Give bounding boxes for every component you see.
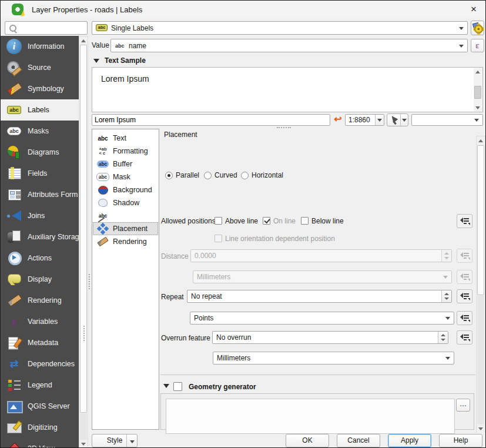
apply-button[interactable]: Apply [388, 434, 431, 447]
checkbox-on-line[interactable] [263, 217, 270, 225]
collapse-arrow-icon[interactable] [93, 59, 99, 63]
search-box[interactable] [5, 21, 88, 35]
sidebar-item-joins[interactable]: Joins [1, 205, 79, 226]
sidebar-item-dependencies[interactable]: ⇄ Dependencies [1, 353, 79, 375]
sidebar-item-attributes-form[interactable]: Attributes Form [1, 184, 79, 205]
information-icon: i [6, 39, 22, 54]
sample-text-input[interactable] [95, 115, 327, 125]
reset-sample-button[interactable]: ↩ [332, 113, 344, 126]
splitter-handle[interactable] [277, 127, 291, 128]
geometry-more-button[interactable]: … [456, 399, 470, 412]
automated-placement-settings-button[interactable] [471, 21, 484, 35]
value-combo[interactable]: abc name [110, 39, 468, 52]
overrun-spinbox[interactable]: No overrun [212, 331, 448, 344]
spinner-buttons[interactable] [438, 332, 448, 343]
shadow-icon [95, 196, 110, 209]
content-scrollbar[interactable] [476, 136, 485, 433]
sidebar-item-legend[interactable]: Legend [1, 375, 79, 396]
radio-curved[interactable] [204, 172, 212, 179]
sidebar-item-source[interactable]: Source [1, 57, 79, 78]
splitter-handle[interactable] [89, 274, 90, 289]
sidebar-scrollbar[interactable] [79, 36, 88, 448]
sidebar-item-masks[interactable]: abc Masks [1, 121, 79, 142]
tab-placement[interactable]: Placement [93, 222, 158, 235]
window-title: Layer Properties - roads | Labels [32, 5, 142, 14]
scroll-down-icon[interactable] [477, 424, 485, 433]
font-combo[interactable] [411, 114, 483, 126]
sidebar-item-labels[interactable]: abc Labels [1, 99, 79, 121]
data-defined-override-overrun[interactable] [457, 330, 472, 345]
expression-builder-button[interactable]: ε [471, 39, 484, 52]
sidebar-item-label: Diagrams [28, 142, 59, 163]
checkbox-geometry-generator[interactable] [173, 382, 182, 391]
tab-background[interactable]: Background [93, 183, 158, 196]
distance-unit-combo[interactable]: Millimeters [193, 270, 452, 283]
sidebar-item-rendering[interactable]: Rendering [1, 290, 79, 311]
data-defined-override-repeat[interactable] [457, 289, 472, 303]
abc-field-icon: abc [115, 43, 125, 49]
tab-rendering[interactable]: Rendering [93, 235, 158, 248]
tab-formatting[interactable]: +ab < c Formatting [93, 145, 158, 158]
overrun-unit-combo[interactable]: Millimeters [213, 352, 454, 365]
data-defined-override-allowed-positions[interactable] [457, 214, 472, 228]
sidebar-item-diagrams[interactable]: Diagrams [1, 142, 79, 163]
scroll-up-icon[interactable] [474, 68, 482, 75]
sidebar-item-digitizing[interactable]: Digitizing [1, 417, 79, 438]
sidebar-item-display[interactable]: Display [1, 269, 79, 290]
repeat-unit-value: Points [194, 314, 213, 322]
ok-button[interactable]: OK [286, 434, 329, 447]
repeat-unit-combo[interactable]: Points [190, 312, 454, 325]
spinner-buttons[interactable] [441, 290, 451, 302]
tab-text[interactable]: abc Text [93, 132, 158, 145]
close-button[interactable]: × [467, 3, 480, 16]
background-icon [95, 183, 110, 196]
sidebar-item-label: Auxiliary Storage [28, 226, 79, 248]
overrun-value: No overrun [216, 333, 251, 342]
tab-callouts[interactable]: abc Callouts [93, 209, 158, 222]
chevron-down-icon [130, 440, 135, 443]
label-mode-value: Single Labels [111, 24, 153, 32]
sidebar-item-3d-view[interactable]: 3D View [1, 438, 79, 448]
radio-horizontal[interactable] [241, 172, 249, 179]
style-button[interactable]: Style [92, 434, 138, 447]
scale-combo[interactable]: 1:8860 [345, 114, 384, 126]
sidebar-item-actions[interactable]: Actions [1, 248, 79, 269]
distance-spinbox[interactable]: 0.0000 [190, 249, 452, 262]
sidebar-item-fields[interactable]: Fields [1, 163, 79, 184]
scroll-up-icon[interactable] [79, 36, 88, 45]
sidebar-scrollbar-thumb[interactable] [80, 45, 87, 413]
sidebar-item-metadata[interactable]: Metadata [1, 332, 79, 353]
map-interaction-button[interactable] [387, 113, 408, 126]
label-mode-combo[interactable]: abc Single Labels [92, 21, 468, 35]
checkbox-below-line[interactable] [301, 217, 309, 225]
sidebar-item-auxiliary-storage[interactable]: Auxiliary Storage [1, 226, 79, 248]
tab-shadow[interactable]: Shadow [93, 196, 158, 209]
data-defined-override-distance[interactable] [457, 249, 472, 263]
scroll-up-icon[interactable] [477, 136, 485, 145]
radio-parallel[interactable] [165, 172, 173, 179]
sidebar-item-symbology[interactable]: Symbology [1, 78, 79, 99]
data-defined-override-distance-unit[interactable] [457, 270, 472, 284]
spinner-buttons[interactable] [441, 250, 451, 262]
checkbox-above-line[interactable] [214, 217, 222, 225]
sidebar-item-qgis-server[interactable]: QGIS Server [1, 396, 79, 417]
sample-text-box[interactable] [92, 114, 330, 126]
tab-buffer[interactable]: abc Buffer [93, 158, 158, 170]
tab-mask[interactable]: abc Mask [93, 170, 158, 183]
scroll-down-icon[interactable] [474, 104, 482, 111]
splitter-handle[interactable] [83, 326, 85, 341]
cancel-button[interactable]: Cancel [337, 434, 380, 447]
sidebar-item-variables[interactable]: ε Variables [1, 311, 79, 332]
scroll-down-icon[interactable] [79, 440, 88, 448]
layer-properties-dialog: Layer Properties - roads | Labels × abc … [0, 0, 486, 448]
checkbox-line-orientation[interactable] [214, 235, 222, 242]
repeat-spinbox[interactable]: No repeat [187, 290, 452, 303]
help-button[interactable]: Help [439, 434, 482, 447]
preview-scrollbar[interactable] [474, 68, 482, 111]
geometry-expression-area[interactable] [166, 399, 455, 434]
content-scrollbar-thumb[interactable] [477, 145, 484, 295]
sidebar-item-information[interactable]: i Information [1, 36, 79, 57]
search-input[interactable] [19, 22, 86, 34]
collapse-arrow-icon[interactable] [163, 384, 169, 388]
data-defined-override-repeat-unit[interactable] [457, 311, 472, 325]
